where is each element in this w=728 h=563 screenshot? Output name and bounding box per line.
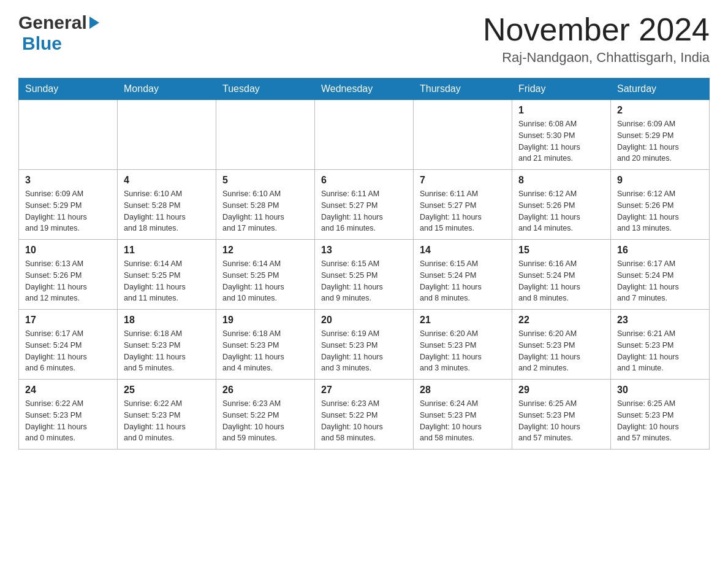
day-info: Sunrise: 6:14 AM Sunset: 5:25 PM Dayligh… xyxy=(222,258,308,304)
day-number: 24 xyxy=(25,385,111,396)
day-info: Sunrise: 6:12 AM Sunset: 5:26 PM Dayligh… xyxy=(617,188,703,234)
day-number: 22 xyxy=(518,315,604,326)
day-info: Sunrise: 6:11 AM Sunset: 5:27 PM Dayligh… xyxy=(321,188,407,234)
calendar-cell: 27Sunrise: 6:23 AM Sunset: 5:22 PM Dayli… xyxy=(315,380,414,450)
day-number: 1 xyxy=(518,105,604,116)
day-info: Sunrise: 6:09 AM Sunset: 5:29 PM Dayligh… xyxy=(25,188,111,234)
logo-general-text: General xyxy=(18,12,87,33)
calendar-header-friday: Friday xyxy=(512,79,611,100)
day-number: 14 xyxy=(420,245,506,256)
calendar-header-saturday: Saturday xyxy=(611,79,710,100)
calendar-cell xyxy=(414,100,512,170)
day-info: Sunrise: 6:12 AM Sunset: 5:26 PM Dayligh… xyxy=(518,188,604,234)
calendar-week-row: 10Sunrise: 6:13 AM Sunset: 5:26 PM Dayli… xyxy=(19,240,710,310)
calendar-cell: 30Sunrise: 6:25 AM Sunset: 5:23 PM Dayli… xyxy=(611,380,710,450)
calendar-cell: 24Sunrise: 6:22 AM Sunset: 5:23 PM Dayli… xyxy=(19,380,118,450)
calendar-header-thursday: Thursday xyxy=(414,79,512,100)
calendar-week-row: 3Sunrise: 6:09 AM Sunset: 5:29 PM Daylig… xyxy=(19,170,710,240)
day-info: Sunrise: 6:09 AM Sunset: 5:29 PM Dayligh… xyxy=(617,118,703,164)
calendar-cell: 21Sunrise: 6:20 AM Sunset: 5:23 PM Dayli… xyxy=(414,310,512,380)
calendar-cell: 23Sunrise: 6:21 AM Sunset: 5:23 PM Dayli… xyxy=(611,310,710,380)
day-number: 10 xyxy=(25,245,111,256)
day-info: Sunrise: 6:16 AM Sunset: 5:24 PM Dayligh… xyxy=(518,258,604,304)
day-number: 28 xyxy=(420,385,506,396)
calendar-header-row: SundayMondayTuesdayWednesdayThursdayFrid… xyxy=(19,79,710,100)
day-info: Sunrise: 6:10 AM Sunset: 5:28 PM Dayligh… xyxy=(222,188,308,234)
calendar-cell xyxy=(315,100,414,170)
day-number: 4 xyxy=(124,175,210,186)
calendar-cell: 22Sunrise: 6:20 AM Sunset: 5:23 PM Dayli… xyxy=(512,310,611,380)
calendar-title: November 2024 xyxy=(483,12,710,47)
calendar-cell: 4Sunrise: 6:10 AM Sunset: 5:28 PM Daylig… xyxy=(118,170,216,240)
title-section: November 2024 Raj-Nandgaon, Chhattisgarh… xyxy=(483,12,710,66)
day-number: 8 xyxy=(518,175,604,186)
calendar-cell xyxy=(19,100,118,170)
day-info: Sunrise: 6:21 AM Sunset: 5:23 PM Dayligh… xyxy=(617,328,703,374)
calendar-cell: 16Sunrise: 6:17 AM Sunset: 5:24 PM Dayli… xyxy=(611,240,710,310)
calendar-cell: 10Sunrise: 6:13 AM Sunset: 5:26 PM Dayli… xyxy=(19,240,118,310)
day-number: 11 xyxy=(124,245,210,256)
calendar-cell: 8Sunrise: 6:12 AM Sunset: 5:26 PM Daylig… xyxy=(512,170,611,240)
day-number: 19 xyxy=(222,315,308,326)
calendar-cell: 6Sunrise: 6:11 AM Sunset: 5:27 PM Daylig… xyxy=(315,170,414,240)
day-info: Sunrise: 6:10 AM Sunset: 5:28 PM Dayligh… xyxy=(124,188,210,234)
day-number: 29 xyxy=(518,385,604,396)
day-info: Sunrise: 6:25 AM Sunset: 5:23 PM Dayligh… xyxy=(518,398,604,444)
logo-triangle-icon xyxy=(89,17,99,29)
page-header: General Blue November 2024 Raj-Nandgaon,… xyxy=(18,12,710,66)
calendar-cell: 18Sunrise: 6:18 AM Sunset: 5:23 PM Dayli… xyxy=(118,310,216,380)
day-info: Sunrise: 6:15 AM Sunset: 5:25 PM Dayligh… xyxy=(321,258,407,304)
day-info: Sunrise: 6:14 AM Sunset: 5:25 PM Dayligh… xyxy=(124,258,210,304)
calendar-week-row: 1Sunrise: 6:08 AM Sunset: 5:30 PM Daylig… xyxy=(19,100,710,170)
day-info: Sunrise: 6:22 AM Sunset: 5:23 PM Dayligh… xyxy=(124,398,210,444)
calendar-cell: 12Sunrise: 6:14 AM Sunset: 5:25 PM Dayli… xyxy=(216,240,315,310)
day-number: 30 xyxy=(617,385,703,396)
calendar-cell: 29Sunrise: 6:25 AM Sunset: 5:23 PM Dayli… xyxy=(512,380,611,450)
calendar-header-monday: Monday xyxy=(118,79,216,100)
calendar-cell: 9Sunrise: 6:12 AM Sunset: 5:26 PM Daylig… xyxy=(611,170,710,240)
calendar-cell: 26Sunrise: 6:23 AM Sunset: 5:22 PM Dayli… xyxy=(216,380,315,450)
day-number: 7 xyxy=(420,175,506,186)
calendar-cell: 13Sunrise: 6:15 AM Sunset: 5:25 PM Dayli… xyxy=(315,240,414,310)
day-number: 5 xyxy=(222,175,308,186)
calendar-cell: 7Sunrise: 6:11 AM Sunset: 5:27 PM Daylig… xyxy=(414,170,512,240)
day-info: Sunrise: 6:17 AM Sunset: 5:24 PM Dayligh… xyxy=(25,328,111,374)
day-number: 25 xyxy=(124,385,210,396)
day-info: Sunrise: 6:19 AM Sunset: 5:23 PM Dayligh… xyxy=(321,328,407,374)
day-number: 26 xyxy=(222,385,308,396)
day-number: 27 xyxy=(321,385,407,396)
day-info: Sunrise: 6:11 AM Sunset: 5:27 PM Dayligh… xyxy=(420,188,506,234)
calendar-week-row: 17Sunrise: 6:17 AM Sunset: 5:24 PM Dayli… xyxy=(19,310,710,380)
calendar-header-sunday: Sunday xyxy=(19,79,118,100)
calendar-cell: 28Sunrise: 6:24 AM Sunset: 5:23 PM Dayli… xyxy=(414,380,512,450)
calendar-cell xyxy=(118,100,216,170)
calendar-cell xyxy=(216,100,315,170)
day-number: 2 xyxy=(617,105,703,116)
calendar-subtitle: Raj-Nandgaon, Chhattisgarh, India xyxy=(483,50,710,66)
day-number: 6 xyxy=(321,175,407,186)
calendar-cell: 19Sunrise: 6:18 AM Sunset: 5:23 PM Dayli… xyxy=(216,310,315,380)
calendar-cell: 3Sunrise: 6:09 AM Sunset: 5:29 PM Daylig… xyxy=(19,170,118,240)
day-info: Sunrise: 6:23 AM Sunset: 5:22 PM Dayligh… xyxy=(222,398,308,444)
calendar-cell: 1Sunrise: 6:08 AM Sunset: 5:30 PM Daylig… xyxy=(512,100,611,170)
day-number: 17 xyxy=(25,315,111,326)
day-number: 23 xyxy=(617,315,703,326)
calendar-header-tuesday: Tuesday xyxy=(216,79,315,100)
day-number: 18 xyxy=(124,315,210,326)
day-info: Sunrise: 6:15 AM Sunset: 5:24 PM Dayligh… xyxy=(420,258,506,304)
day-info: Sunrise: 6:17 AM Sunset: 5:24 PM Dayligh… xyxy=(617,258,703,304)
day-number: 16 xyxy=(617,245,703,256)
logo-blue-text: Blue xyxy=(22,33,62,53)
day-info: Sunrise: 6:13 AM Sunset: 5:26 PM Dayligh… xyxy=(25,258,111,304)
day-number: 3 xyxy=(25,175,111,186)
day-number: 21 xyxy=(420,315,506,326)
day-info: Sunrise: 6:25 AM Sunset: 5:23 PM Dayligh… xyxy=(617,398,703,444)
day-number: 20 xyxy=(321,315,407,326)
day-info: Sunrise: 6:08 AM Sunset: 5:30 PM Dayligh… xyxy=(518,118,604,164)
calendar-cell: 5Sunrise: 6:10 AM Sunset: 5:28 PM Daylig… xyxy=(216,170,315,240)
calendar-cell: 20Sunrise: 6:19 AM Sunset: 5:23 PM Dayli… xyxy=(315,310,414,380)
calendar-cell: 15Sunrise: 6:16 AM Sunset: 5:24 PM Dayli… xyxy=(512,240,611,310)
day-number: 12 xyxy=(222,245,308,256)
day-info: Sunrise: 6:20 AM Sunset: 5:23 PM Dayligh… xyxy=(420,328,506,374)
calendar-week-row: 24Sunrise: 6:22 AM Sunset: 5:23 PM Dayli… xyxy=(19,380,710,450)
